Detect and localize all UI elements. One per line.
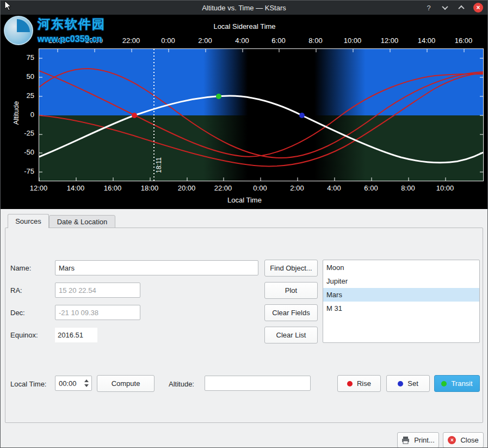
equinox-value: 2016.51 xyxy=(55,328,97,342)
dec-label: Dec: xyxy=(10,309,25,317)
altitude-label: Altitude: xyxy=(169,380,194,388)
transit-button-label: Transit xyxy=(451,379,472,388)
bottom-tick: 22:00 xyxy=(214,184,232,192)
tab-sources[interactable]: Sources xyxy=(8,214,49,228)
top-tick: 4:00 xyxy=(235,36,249,45)
top-tick: 18:00 xyxy=(48,36,66,45)
set-button-label: Set xyxy=(407,379,418,388)
transit-point xyxy=(216,94,221,99)
top-tick: 8:00 xyxy=(308,36,322,45)
print-button[interactable]: Print... xyxy=(397,432,439,448)
clear-list-button-label: Clear List xyxy=(276,331,306,339)
top-tick: 20:00 xyxy=(85,36,103,45)
y-tick: 25 xyxy=(19,91,34,100)
y-tick: -25 xyxy=(19,129,34,137)
plot-curves: 18:11 xyxy=(39,49,483,181)
bottom-tick: 0:00 xyxy=(253,184,267,192)
list-item-moon[interactable]: Moon xyxy=(323,261,479,274)
altitude-vs-time-window: Altitude vs. Time — KStars ? × Local Sid… xyxy=(0,0,488,448)
altitude-curve-selected xyxy=(39,96,483,163)
name-input[interactable] xyxy=(55,260,258,275)
axis-ticks-y xyxy=(39,58,483,172)
axis-ticks-x xyxy=(39,49,464,181)
object-list: Moon Jupiter Mars M 31 xyxy=(323,260,480,343)
mouse-cursor xyxy=(4,1,13,11)
local-time-label: Local Time: xyxy=(10,380,46,388)
bottom-tick: 10:00 xyxy=(436,184,454,192)
altitude-curve-red-1 xyxy=(39,69,483,158)
set-point xyxy=(299,113,305,118)
y-tick: -50 xyxy=(19,148,34,156)
tab-date-location-label: Date & Location xyxy=(57,218,108,226)
y-tick: -75 xyxy=(19,167,34,175)
list-item-m31[interactable]: M 31 xyxy=(323,302,479,315)
dialog-close-button[interactable]: × Close xyxy=(443,432,484,448)
bottom-axis-title: Local Time xyxy=(1,196,488,204)
equinox-label: Equinox: xyxy=(10,331,38,339)
name-label: Name: xyxy=(10,264,31,272)
y-tick: 50 xyxy=(19,72,34,81)
printer-icon xyxy=(401,437,410,444)
rise-point xyxy=(132,113,137,118)
list-item-mars[interactable]: Mars xyxy=(323,288,479,302)
local-time-spinbox[interactable]: 00:00 xyxy=(55,376,92,391)
top-tick: 10:00 xyxy=(344,36,362,45)
find-object-button-label: Find Object... xyxy=(270,264,312,272)
altitude-input[interactable] xyxy=(205,376,311,391)
top-tick: 22:00 xyxy=(122,36,140,45)
altitude-curve-red-2 xyxy=(39,71,483,157)
top-tick: 6:00 xyxy=(271,36,285,45)
top-tick: 16:00 xyxy=(455,36,473,45)
keep-above-button[interactable] xyxy=(457,3,466,12)
find-object-button[interactable]: Find Object... xyxy=(264,260,318,277)
bottom-tick: 16:00 xyxy=(104,184,122,192)
spin-down-icon[interactable] xyxy=(84,384,89,387)
top-tick: 2:00 xyxy=(198,36,212,45)
clear-fields-button[interactable]: Clear Fields xyxy=(264,304,318,321)
rise-button-label: Rise xyxy=(357,379,371,388)
set-button[interactable]: Set xyxy=(386,375,430,392)
altitude-curve-red-3 xyxy=(39,73,483,166)
altitude-plot: Local Sidereal Time 18:00 20:00 22:00 0:… xyxy=(1,15,488,209)
set-dot-icon xyxy=(398,381,403,386)
chevron-down-icon xyxy=(442,4,448,10)
titlebar[interactable]: Altitude vs. Time — KStars ? × xyxy=(1,1,487,15)
bottom-tick: 20:00 xyxy=(178,184,196,192)
shade-button[interactable] xyxy=(441,3,449,12)
tab-sources-label: Sources xyxy=(15,217,41,225)
watermark-logo xyxy=(4,16,33,45)
bottom-tick: 18:00 xyxy=(141,184,159,192)
transit-button[interactable]: Transit xyxy=(434,375,480,392)
plot-canvas: 18:11 xyxy=(39,48,484,181)
compute-button[interactable]: Compute xyxy=(97,375,155,392)
y-tick: 0 xyxy=(19,111,34,119)
y-axis-title: Altitude xyxy=(12,83,20,143)
list-item-jupiter[interactable]: Jupiter xyxy=(323,274,479,288)
rise-dot-icon xyxy=(347,381,353,386)
compute-button-label: Compute xyxy=(112,379,140,388)
y-tick: 75 xyxy=(19,53,34,62)
spin-up-icon[interactable] xyxy=(84,379,89,382)
plot-button[interactable]: Plot xyxy=(264,282,318,299)
tab-date-location[interactable]: Date & Location xyxy=(49,215,115,228)
top-tick: 14:00 xyxy=(418,36,436,45)
help-button[interactable]: ? xyxy=(424,3,433,12)
dec-input[interactable] xyxy=(55,305,140,320)
bottom-tick: 4:00 xyxy=(327,184,341,192)
bottom-tick: 6:00 xyxy=(364,184,378,192)
transit-dot-icon xyxy=(441,381,447,386)
print-button-label: Print... xyxy=(414,436,435,444)
plot-button-label: Plot xyxy=(285,286,297,294)
dialog-close-button-label: Close xyxy=(460,436,478,444)
clear-list-button[interactable]: Clear List xyxy=(264,327,318,343)
chevron-up-icon xyxy=(458,5,464,11)
bottom-tick: 8:00 xyxy=(401,184,415,192)
current-time-marker-label: 18:11 xyxy=(155,157,163,173)
ra-input[interactable] xyxy=(55,283,140,298)
ra-label: RA: xyxy=(10,286,22,294)
bottom-tick: 14:00 xyxy=(67,184,85,192)
top-tick: 12:00 xyxy=(381,36,399,45)
window-close-button[interactable]: × xyxy=(473,3,483,13)
bottom-tick: 12:00 xyxy=(30,184,48,192)
rise-button[interactable]: Rise xyxy=(337,375,381,392)
